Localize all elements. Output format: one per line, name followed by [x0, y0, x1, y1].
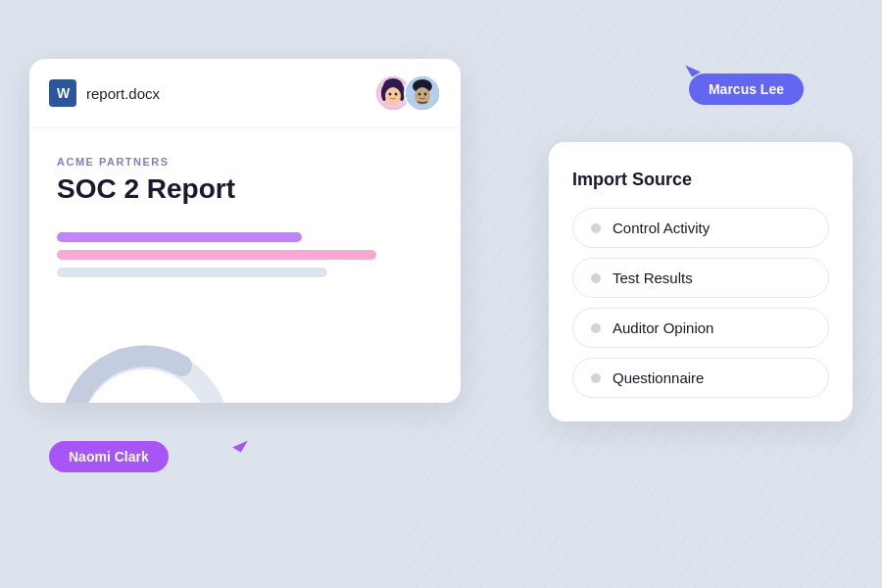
donut-chart — [57, 334, 233, 403]
svg-point-12 — [418, 93, 421, 96]
import-title: Import Source — [572, 170, 829, 190]
import-source-card: Import Source Control Activity Test Resu… — [549, 142, 853, 421]
option-label-3: Auditor Opinion — [612, 319, 713, 336]
avatar-group — [374, 74, 441, 112]
doc-title-bar: W report.docx — [29, 59, 461, 128]
doc-body: ACME PARTNERS SOC 2 Report — [29, 128, 461, 403]
import-option-questionnaire[interactable]: Questionnaire — [572, 358, 829, 398]
content-lines — [57, 232, 433, 277]
company-label: ACME PARTNERS — [57, 156, 433, 168]
import-option-test-results[interactable]: Test Results — [572, 258, 829, 298]
doc-filename: report.docx — [86, 85, 160, 102]
option-dot-2 — [591, 273, 601, 283]
tooltip-naomi: Naomi Clark — [49, 441, 169, 472]
import-option-control-activity[interactable]: Control Activity — [572, 208, 829, 248]
tooltip-marcus: Marcus Lee — [689, 74, 804, 105]
content-line-2 — [57, 250, 376, 260]
svg-point-13 — [424, 93, 427, 96]
svg-point-8 — [395, 93, 398, 96]
word-icon: W — [49, 79, 76, 107]
report-title: SOC 2 Report — [57, 173, 433, 205]
option-label-4: Questionnaire — [612, 369, 704, 386]
option-label-1: Control Activity — [612, 220, 710, 236]
svg-point-7 — [389, 93, 392, 96]
avatar-marcus — [404, 74, 441, 112]
svg-point-6 — [385, 87, 401, 105]
content-line-1 — [57, 232, 302, 242]
cursor-naomi — [232, 435, 248, 452]
option-label-2: Test Results — [612, 270, 693, 286]
option-dot-1 — [591, 223, 601, 233]
content-line-3 — [57, 268, 327, 277]
option-dot-4 — [591, 373, 601, 383]
import-option-auditor-opinion[interactable]: Auditor Opinion — [572, 308, 829, 348]
option-dot-3 — [591, 323, 601, 333]
document-card: W report.docx — [29, 59, 461, 403]
file-name-wrap: W report.docx — [49, 79, 160, 107]
